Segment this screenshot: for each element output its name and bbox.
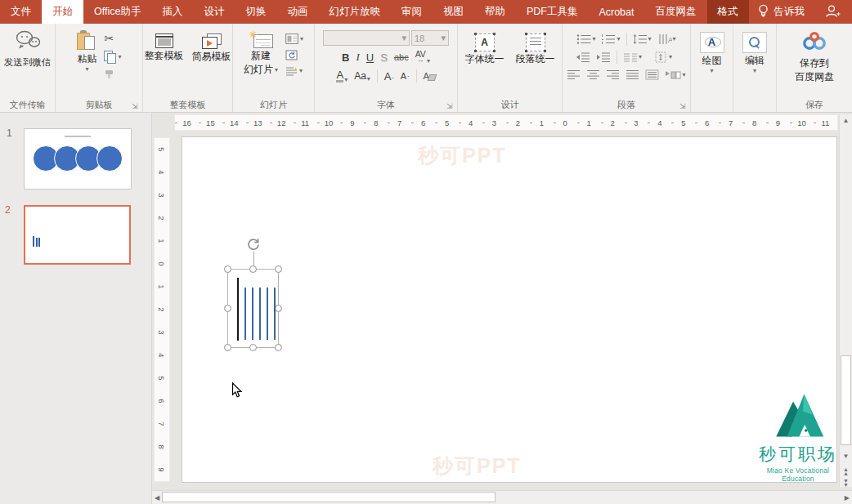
bullets-button[interactable] [576,33,595,45]
scroll-up-arrow[interactable]: ▲ [840,117,852,124]
scroll-left-arrow[interactable]: ◀ [155,494,159,502]
menu-tab[interactable]: 百度网盘 [645,0,707,24]
paragraph-dialog-launcher[interactable] [679,102,688,110]
new-slide-button[interactable]: ✳ 新建 幻灯片 [244,30,278,76]
paragraph-unify-button[interactable]: 段落统一 [516,33,555,65]
paste-button[interactable]: 粘贴 [76,30,97,79]
share-user-button[interactable] [814,0,852,24]
menu-tab[interactable]: PDF工具集 [516,0,589,24]
menu-tab[interactable]: 审阅 [391,0,433,24]
clipboard-dialog-launcher[interactable] [132,102,140,110]
grow-arrow-icon: ˆ [392,77,394,83]
text-shadow-button[interactable]: S [380,51,388,64]
ruler-number: 6 [411,115,435,130]
ruler-number: 4 [459,115,482,130]
resize-handle-bottom-left[interactable] [224,344,231,351]
ruler-number: 4 [150,348,173,363]
rotation-handle-icon[interactable] [246,237,261,255]
horizontal-scrollbar[interactable]: ◀ ▶ [152,490,852,504]
cut-button[interactable]: ✂ [104,33,121,44]
send-to-wechat-button[interactable]: 发送到微信 [4,29,52,68]
vertical-scrollbar-thumb[interactable] [841,355,851,445]
ruler-number: 4 [648,115,671,130]
ribbon-group-draw: A 绘图 [691,24,733,112]
text-direction-dropdown-icon [673,37,676,42]
full-template-button[interactable]: 整套模板 [145,33,184,63]
grow-font-button[interactable]: Aˆ [384,70,394,83]
text-direction-button[interactable]: A [657,33,676,45]
menu-tab[interactable]: 幻灯片放映 [318,0,391,24]
next-slide-button[interactable]: ▼▼ [840,479,852,487]
font-dialog-launcher[interactable] [446,102,455,110]
bold-button[interactable]: B [342,51,349,64]
slide-thumbnail-1[interactable] [24,128,132,190]
smartart-dropdown-icon [682,73,685,78]
resize-handle-middle-left[interactable] [224,305,231,312]
menu-tab[interactable]: 设计 [193,0,235,24]
simple-template-button[interactable]: 简易模板 [192,33,231,63]
reset-slide-button[interactable] [285,50,303,60]
italic-button[interactable]: I [356,51,359,64]
draw-button[interactable]: A 绘图 [700,32,724,74]
resize-handle-bottom-center[interactable] [249,344,257,351]
increase-indent-button[interactable] [596,51,611,63]
slide-thumbnail-2-selected[interactable] [24,205,131,265]
character-spacing-button[interactable]: AV↔ [415,51,430,64]
edit-button[interactable]: 编辑 [742,32,767,74]
slide-editing-area[interactable]: 秒可PPT 秒可PPT [182,137,836,482]
menu-tab[interactable]: 开始 [42,0,83,24]
ruler-number: 0 [554,115,577,130]
format-painter-button[interactable] [104,69,121,79]
underline-button[interactable]: U [366,51,374,64]
selected-text-box[interactable] [227,269,279,348]
align-right-button[interactable] [606,69,620,80]
distribute-button[interactable] [645,69,659,80]
tell-me-button[interactable]: 告诉我 [749,0,814,24]
font-size-combo[interactable]: 18▾ [411,30,449,46]
menu-tab[interactable]: 动画 [276,0,318,24]
menu-tab[interactable]: 文件 [0,0,42,24]
copy-icon [104,51,116,63]
clear-formatting-button[interactable]: A [424,71,436,82]
resize-handle-bottom-right[interactable] [275,344,282,351]
menu-tab[interactable]: 格式 [707,0,749,24]
change-case-button[interactable]: Aa [354,70,370,82]
justify-button[interactable] [626,69,639,80]
scroll-down-arrow[interactable]: ▼ [840,453,852,460]
paste-dropdown-icon [85,67,88,72]
shrink-font-button[interactable]: Aˇ [401,71,410,81]
copy-button[interactable] [104,51,121,63]
columns-button[interactable] [623,51,642,63]
menu-tab[interactable]: 插入 [151,0,193,24]
font-unify-button[interactable]: A 字体统一 [465,33,504,65]
resize-handle-top-right[interactable] [275,265,282,273]
diagram-circle [96,145,123,172]
menu-tab[interactable]: 帮助 [474,0,516,24]
horizontal-scrollbar-thumb[interactable] [162,492,496,502]
menu-tab[interactable]: Acrobat [588,0,644,24]
menu-tab[interactable]: 视图 [433,0,474,24]
decrease-indent-button[interactable] [576,51,590,63]
resize-handle-top-center[interactable] [249,265,257,273]
vertical-scrollbar[interactable]: ▲ ▼ ▲▲ ▼▼ [839,114,852,487]
slide-layout-button[interactable] [285,33,303,44]
editing-canvas[interactable]: 1615141312111098765432101234567891011 54… [152,113,852,504]
menu-tab[interactable]: 切换 [235,0,276,24]
menu-tab[interactable]: Office助手 [83,0,151,24]
font-name-combo[interactable]: ▾ [323,30,410,46]
align-center-button[interactable] [586,69,600,80]
align-left-button[interactable] [567,69,581,80]
font-color-button[interactable]: A [336,69,348,83]
line-spacing-button[interactable] [633,33,652,45]
convert-smartart-button[interactable] [665,69,685,81]
previous-slide-button[interactable]: ▲▲ [840,467,852,475]
section-button[interactable] [285,66,303,76]
scroll-right-arrow[interactable]: ▶ [845,494,850,502]
resize-handle-middle-right[interactable] [275,305,282,312]
align-text-button[interactable] [653,51,672,63]
save-to-baidu-button[interactable]: 保存到 百度网盘 [795,30,834,83]
magnifier-icon [748,36,761,49]
strikethrough-button[interactable]: abc [394,52,409,62]
resize-handle-top-left[interactable] [224,265,231,273]
numbering-button[interactable] [601,33,620,45]
